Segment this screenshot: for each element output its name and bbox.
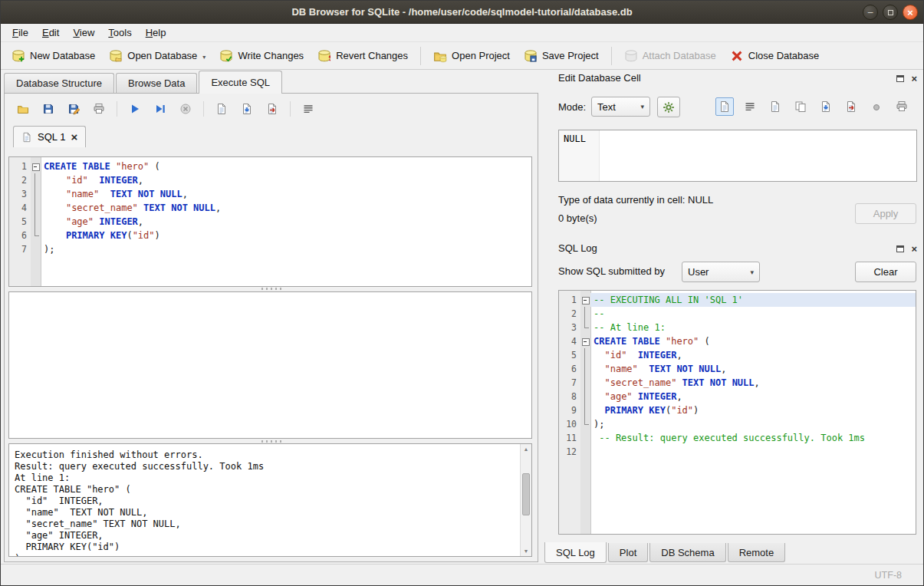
copy-icon xyxy=(794,100,807,113)
print-sql-button[interactable] xyxy=(90,100,108,118)
close-dock-icon[interactable]: × xyxy=(911,74,917,84)
code-line-9: 9 PRIMARY KEY("id") xyxy=(559,403,916,417)
sql-editor[interactable]: 1CREATE TABLE "hero" (2 "id" INTEGER,3 "… xyxy=(8,156,532,287)
revert-changes-icon xyxy=(317,49,331,63)
close-icon: × xyxy=(907,8,913,18)
print-cell-button[interactable] xyxy=(896,100,908,113)
execution-log-text: Execution finished without errors. Resul… xyxy=(9,444,531,557)
save-project-icon xyxy=(524,49,538,63)
export-results-button[interactable] xyxy=(212,100,231,118)
code-line-12: 12 xyxy=(559,445,916,459)
execute-all-button[interactable] xyxy=(126,100,144,118)
save-project-button[interactable]: Save Project xyxy=(517,45,606,67)
toolbar-separator xyxy=(203,101,204,117)
close-dock-icon[interactable]: × xyxy=(911,244,917,254)
menu-help[interactable]: Help xyxy=(139,25,173,41)
text-mode-button[interactable] xyxy=(715,97,734,116)
revert-changes-button[interactable]: Revert Changes xyxy=(311,45,415,67)
import-sql-button[interactable] xyxy=(238,100,256,118)
results-grid[interactable] xyxy=(8,291,532,439)
auto-format-button[interactable] xyxy=(657,97,680,117)
menubar: File Edit View Tools Help xyxy=(1,24,923,42)
cell-editor[interactable]: NULL xyxy=(558,130,917,182)
tab-browse-data[interactable]: Browse Data xyxy=(116,73,197,93)
edit-cell-title: Edit Database Cell xyxy=(558,72,641,84)
import-data-button[interactable] xyxy=(820,100,832,113)
save-sql-file-button[interactable] xyxy=(39,100,58,118)
dock-tab-plot[interactable]: Plot xyxy=(608,543,648,562)
open-database-button[interactable]: Open Database ▾ xyxy=(102,45,212,67)
minimize-icon: – xyxy=(868,8,873,17)
scrollbar-thumb[interactable] xyxy=(522,473,530,515)
word-wrap-button[interactable] xyxy=(744,100,756,113)
clear-log-button[interactable]: Clear xyxy=(855,262,916,282)
float-dock-icon[interactable] xyxy=(896,75,904,82)
sql-log-viewer[interactable]: 1-- EXECUTING ALL IN 'SQL 1'2--3-- At li… xyxy=(558,290,916,535)
menu-tools[interactable]: Tools xyxy=(101,25,138,41)
cell-type-info: Type of data currently in cell: NULL xyxy=(558,194,713,206)
dock-tab-sql-log[interactable]: SQL Log xyxy=(544,542,607,563)
menu-file[interactable]: File xyxy=(5,25,35,41)
toolbar-separator xyxy=(290,101,291,117)
word-wrap-button[interactable] xyxy=(299,100,317,118)
export-data-button[interactable] xyxy=(845,100,857,113)
new-database-button[interactable]: New Database xyxy=(5,45,102,67)
stop-icon xyxy=(179,103,192,115)
close-database-button[interactable]: Close Database xyxy=(723,45,827,67)
execution-log[interactable]: Execution finished without errors. Resul… xyxy=(8,443,532,557)
cell-value: NULL xyxy=(564,133,586,144)
log-filter-label: Show SQL submitted by xyxy=(558,265,665,277)
save-sql-file-icon xyxy=(42,103,54,115)
open-project-button[interactable]: Open Project xyxy=(426,45,517,67)
window-controls: – × xyxy=(863,5,918,20)
open-database-dropdown-icon[interactable]: ▾ xyxy=(202,54,206,63)
statusbar: UTF-8 xyxy=(1,564,923,585)
window-title: DB Browser for SQLite - /home/user/code/… xyxy=(291,6,632,18)
code-line-5: 5 "age" INTEGER, xyxy=(9,215,531,229)
log-filter-value: User xyxy=(688,266,709,278)
sql-tab-close-icon[interactable]: × xyxy=(71,131,77,143)
code-line-1: 1-- EXECUTING ALL IN 'SQL 1' xyxy=(559,293,916,307)
tab-execute-sql[interactable]: Execute SQL xyxy=(199,71,282,94)
scroll-up-icon[interactable]: ▲ xyxy=(521,444,531,454)
log-filter-select[interactable]: User ▾ xyxy=(682,262,760,282)
execute-current-line-button[interactable] xyxy=(151,100,169,118)
open-in-editor-button[interactable] xyxy=(769,100,781,113)
set-null-button[interactable] xyxy=(870,100,883,113)
dock-tab-db-schema[interactable]: DB Schema xyxy=(649,543,725,562)
menu-view[interactable]: View xyxy=(66,25,101,41)
code-line-6: 6 PRIMARY KEY("id") xyxy=(9,229,531,242)
copy-button[interactable] xyxy=(794,100,807,113)
left-panel: Database Structure Browse Data Execute S… xyxy=(1,70,543,564)
text-doc-icon xyxy=(718,100,731,113)
find-replace-button[interactable] xyxy=(263,100,281,118)
toolbar-separator xyxy=(420,47,421,65)
menu-edit[interactable]: Edit xyxy=(35,25,66,41)
code-line-3: 3-- At line 1: xyxy=(559,321,916,334)
open-sql-file-button[interactable] xyxy=(14,100,32,118)
sql-file-tab[interactable]: SQL 1 × xyxy=(13,126,86,147)
close-window-button[interactable]: × xyxy=(903,5,918,20)
code-line-7: 7); xyxy=(9,242,531,256)
save-sql-file-as-button[interactable] xyxy=(64,100,83,118)
maximize-button[interactable] xyxy=(883,5,898,20)
mode-select[interactable]: Text ▾ xyxy=(591,97,650,117)
import-sql-icon xyxy=(241,103,253,115)
find-replace-icon xyxy=(266,103,278,115)
scrollbar[interactable]: ▲ ▼ xyxy=(520,444,531,556)
import-icon xyxy=(820,100,832,113)
db-browser-window: DB Browser for SQLite - /home/user/code/… xyxy=(0,0,924,586)
splitter-handle[interactable] xyxy=(261,440,281,443)
code-line-8: 8 "age" INTEGER, xyxy=(559,390,916,403)
splitter-handle[interactable] xyxy=(261,288,281,290)
code-line-2: 2-- xyxy=(559,307,916,321)
float-dock-icon[interactable] xyxy=(896,245,904,252)
scroll-down-icon[interactable]: ▼ xyxy=(521,546,531,556)
sql-file-icon xyxy=(21,132,32,143)
tab-database-structure[interactable]: Database Structure xyxy=(4,73,114,93)
main-toolbar: New Database Open Database ▾ Write Chang… xyxy=(1,42,923,70)
write-changes-button[interactable]: Write Changes xyxy=(212,45,311,67)
minimize-button[interactable]: – xyxy=(863,5,878,20)
dock-tab-remote[interactable]: Remote xyxy=(728,543,786,562)
titlebar[interactable]: DB Browser for SQLite - /home/user/code/… xyxy=(1,1,923,24)
